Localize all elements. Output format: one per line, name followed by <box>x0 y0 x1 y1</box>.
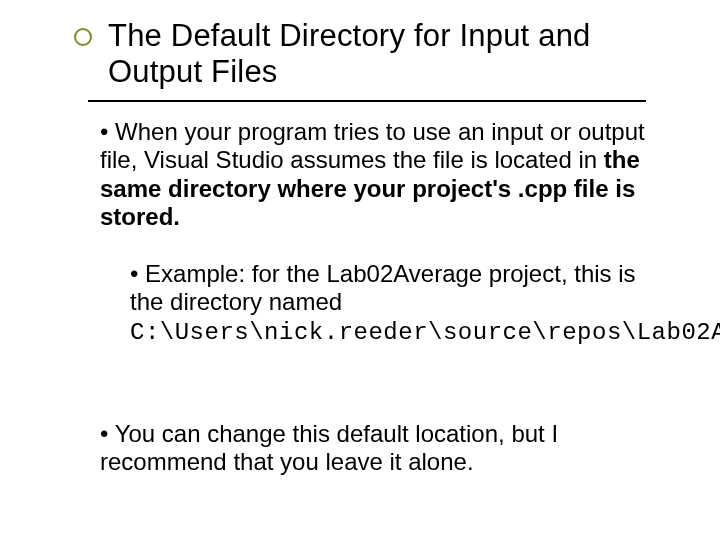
bullet-1: • When your program tries to use an inpu… <box>100 118 650 231</box>
bullet-3: • You can change this default location, … <box>100 420 640 477</box>
slide: The Default Directory for Input and Outp… <box>0 0 720 540</box>
bullet-2: • Example: for the Lab02Average project,… <box>130 260 650 347</box>
decorative-circle-icon <box>74 28 92 46</box>
title-underline <box>88 100 646 102</box>
slide-title: The Default Directory for Input and Outp… <box>108 18 648 89</box>
bullet-2-lead: • Example: for the Lab02Average project,… <box>130 260 636 315</box>
bullet-2-code: C:\Users\nick.reeder\source\repos\Lab02A… <box>130 319 720 346</box>
bullet-1-lead: • When your program tries to use an inpu… <box>100 118 645 173</box>
